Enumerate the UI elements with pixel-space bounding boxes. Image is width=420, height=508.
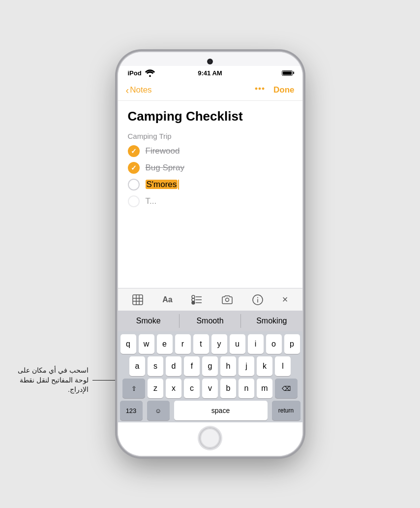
key-w[interactable]: w [139, 334, 154, 354]
close-icon: × [282, 294, 288, 305]
checklist-button[interactable] [187, 292, 207, 308]
list-item: S'mores [128, 179, 293, 190]
svg-rect-7 [133, 295, 143, 305]
status-time: 9:41 AM [198, 69, 222, 77]
key-z[interactable]: z [148, 379, 163, 398]
keyboard-row-3: ⇧ z x c v b n m ⌫ [120, 379, 300, 398]
scene: اسحب في أي مكان على لوحة المفاتيح لنقل ن… [0, 0, 420, 508]
status-bar: iPod 9:41 AM [118, 66, 302, 80]
camera-icon [221, 294, 233, 306]
key-t[interactable]: t [193, 334, 209, 354]
list-item: ✓ Bug Spray [128, 162, 293, 174]
screen: iPod 9:41 AM ‹ Not [118, 52, 302, 456]
autocorrect-label-smoking: Smoking [256, 317, 287, 325]
checklist-icon [191, 294, 203, 306]
key-c[interactable]: c [184, 379, 200, 398]
front-camera [208, 59, 212, 64]
key-j[interactable]: j [239, 356, 254, 376]
checkbox-smores[interactable] [128, 179, 140, 190]
autocorrect-bar: Smoke Smooth Smoking [118, 311, 302, 331]
key-y[interactable]: y [211, 334, 227, 354]
check-icon: ✓ [131, 147, 137, 155]
key-p[interactable]: p [284, 334, 300, 354]
checkbox-tent[interactable] [128, 195, 140, 207]
key-h[interactable]: h [220, 356, 236, 376]
status-right [282, 70, 293, 76]
key-e[interactable]: e [157, 334, 173, 354]
key-x[interactable]: x [166, 379, 181, 398]
autocorrect-label-smooth: Smooth [196, 317, 223, 325]
delete-key[interactable]: ⌫ [275, 379, 298, 398]
key-b[interactable]: b [220, 379, 236, 398]
table-button[interactable] [128, 292, 148, 308]
key-v[interactable]: v [202, 379, 218, 398]
formatting-toolbar: Aa [118, 288, 302, 311]
key-a[interactable]: a [129, 356, 145, 376]
note-title: Camping Checklist [128, 109, 293, 124]
item-text-tent: T... [146, 196, 157, 206]
key-n[interactable]: n [239, 379, 254, 398]
keyboard-row-2: a s d f g h j k l [120, 356, 300, 376]
checkbox-bugspray[interactable]: ✓ [128, 162, 140, 174]
key-q[interactable]: q [120, 334, 136, 354]
autocorrect-smoke[interactable]: Smoke [118, 317, 179, 325]
item-text-bugspray: Bug Spray [146, 163, 184, 173]
info-icon [252, 294, 264, 306]
svg-point-0 [149, 75, 151, 77]
annotation: اسحب في أي مكان على لوحة المفاتيح لنقل ن… [10, 366, 132, 395]
battery-icon [282, 70, 293, 76]
annotation-text: اسحب في أي مكان على لوحة المفاتيح لنقل ن… [10, 366, 89, 395]
key-i[interactable]: i [248, 334, 264, 354]
key-m[interactable]: m [257, 379, 272, 398]
ellipsis-icon [254, 83, 266, 95]
space-key[interactable]: space [174, 401, 268, 420]
done-button[interactable]: Done [273, 85, 295, 95]
checkbox-firewood[interactable]: ✓ [128, 145, 140, 157]
keyboard-row-1: q w e r t y u i o p [120, 334, 300, 354]
chevron-left-icon: ‹ [126, 85, 129, 95]
section-label: Camping Trip [128, 132, 293, 140]
key-k[interactable]: k [257, 356, 272, 376]
key-l[interactable]: l [275, 356, 291, 376]
more-button[interactable] [254, 83, 266, 97]
svg-point-12 [192, 295, 195, 298]
svg-point-14 [192, 298, 195, 301]
svg-point-16 [192, 301, 195, 304]
wifi-icon [145, 67, 155, 78]
format-text-label: Aa [162, 295, 172, 304]
autocorrect-smooth[interactable]: Smooth [180, 317, 240, 325]
key-r[interactable]: r [175, 334, 191, 354]
keyboard-row-4: 123 ☺ space return [120, 401, 300, 420]
key-g[interactable]: g [202, 356, 218, 376]
key-s[interactable]: s [148, 356, 163, 376]
key-o[interactable]: o [266, 334, 282, 354]
carrier-label: iPod [128, 69, 142, 77]
key-f[interactable]: f [184, 356, 200, 376]
keyboard[interactable]: q w e r t y u i o p a s d f g [118, 331, 302, 422]
key-u[interactable]: u [230, 334, 245, 354]
close-toolbar-button[interactable]: × [278, 292, 292, 307]
device: iPod 9:41 AM ‹ Not [118, 52, 302, 456]
autocorrect-smoking[interactable]: Smoking [241, 317, 302, 325]
emoji-key[interactable]: ☺ [147, 401, 170, 420]
table-icon [132, 294, 144, 306]
battery-fill [283, 71, 292, 75]
note-content: Camping Checklist Camping Trip ✓ Firewoo… [118, 101, 302, 288]
numbers-key[interactable]: 123 [120, 401, 143, 420]
return-key[interactable]: return [272, 401, 300, 420]
home-button-area [118, 422, 302, 456]
item-text-smores: S'mores [146, 180, 180, 190]
text-cursor [178, 180, 179, 190]
back-button[interactable]: ‹ Notes [126, 85, 152, 95]
svg-point-18 [226, 298, 229, 301]
home-button[interactable] [199, 427, 221, 449]
item-text-firewood: Firewood [146, 146, 180, 156]
back-label: Notes [130, 85, 151, 95]
status-left: iPod [128, 67, 155, 78]
camera-button[interactable] [217, 292, 237, 308]
info-button[interactable] [248, 292, 268, 308]
key-d[interactable]: d [166, 356, 181, 376]
format-text-button[interactable]: Aa [158, 293, 176, 306]
shift-key[interactable]: ⇧ [122, 379, 145, 398]
autocorrect-label-smoke: Smoke [136, 317, 161, 325]
